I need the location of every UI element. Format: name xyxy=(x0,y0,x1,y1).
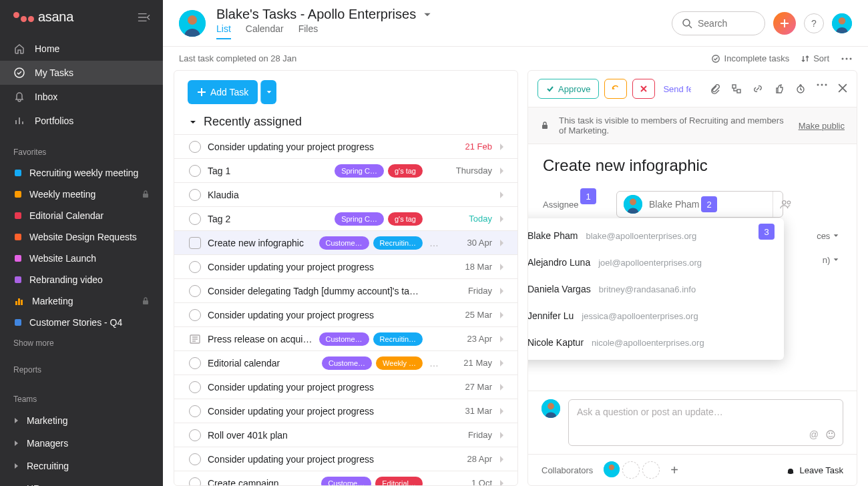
complete-checkbox[interactable] xyxy=(189,381,201,393)
task-row[interactable]: Klaudia xyxy=(174,182,517,206)
section-toggle-icon[interactable] xyxy=(189,118,197,126)
attachment-icon[interactable] xyxy=(710,83,720,94)
task-row[interactable]: Roll over 401k planFriday xyxy=(174,423,517,447)
task-row[interactable]: Press release on acquisitionCustome…Recr… xyxy=(174,326,517,350)
favorite-item[interactable]: Marketing xyxy=(0,290,163,312)
collaborator-avatar[interactable] xyxy=(604,461,620,477)
complete-checkbox[interactable] xyxy=(189,357,201,369)
leave-task-button[interactable]: Leave Task xyxy=(786,465,843,475)
task-row[interactable]: Create new infographicCustome…Recruitin…… xyxy=(174,230,517,254)
request-changes-button[interactable] xyxy=(604,79,627,99)
comment-input[interactable]: Ask a question or post an update… @ xyxy=(568,399,843,446)
help-button[interactable]: ? xyxy=(804,13,824,33)
favorite-item[interactable]: Weekly meeting xyxy=(0,184,163,205)
collapse-sidebar-icon[interactable] xyxy=(136,11,151,23)
row-more-icon[interactable]: … xyxy=(429,238,439,248)
favorite-item[interactable]: Customer Stories - Q4 xyxy=(0,312,163,333)
tag-pill[interactable]: Custome… xyxy=(322,356,372,370)
user-avatar[interactable] xyxy=(832,13,852,33)
partial-field-1[interactable]: ces xyxy=(817,231,839,241)
search-box[interactable] xyxy=(672,11,765,35)
owner-avatar[interactable] xyxy=(179,10,206,37)
detail-more-icon[interactable] xyxy=(817,83,827,94)
team-item[interactable]: Marketing xyxy=(0,409,163,432)
complete-checkbox[interactable] xyxy=(189,453,201,465)
collaborator-slot[interactable] xyxy=(622,461,640,479)
row-more-icon[interactable]: … xyxy=(429,478,439,486)
tag-pill[interactable]: Custome… xyxy=(319,236,369,250)
approve-button[interactable]: Approve xyxy=(537,79,599,99)
complete-checkbox[interactable] xyxy=(189,141,201,153)
add-collaborator-icon[interactable]: + xyxy=(670,463,678,477)
title-menu-icon[interactable] xyxy=(423,10,432,19)
tag-pill[interactable]: Spring C… xyxy=(335,212,384,226)
task-row[interactable]: Consider updating your project progress2… xyxy=(174,375,517,399)
tag-pill[interactable]: Custome… xyxy=(321,477,371,486)
filter-incomplete[interactable]: Incomplete tasks xyxy=(711,53,790,63)
tag-pill[interactable]: g's tag xyxy=(388,164,423,178)
task-row[interactable]: Consider delegating Tadgh [dummy account… xyxy=(174,278,517,302)
add-task-button[interactable]: Add Task xyxy=(188,80,258,104)
tag-pill[interactable]: Editorial… xyxy=(375,477,423,486)
tag-pill[interactable]: Recruitin… xyxy=(373,236,423,250)
assignee-option[interactable]: Nicole Kapturnicole@apolloenterprises.or… xyxy=(527,329,784,356)
task-title[interactable]: Create new infographic xyxy=(543,156,842,175)
task-row[interactable]: Consider updating your project progress2… xyxy=(174,447,517,471)
task-row[interactable]: Consider updating your project progress2… xyxy=(174,302,517,326)
tab-calendar[interactable]: Calendar xyxy=(246,23,284,39)
tag-pill[interactable]: Spring C… xyxy=(335,164,384,178)
favorite-item[interactable]: Rebranding video xyxy=(0,269,163,290)
make-public-link[interactable]: Make public xyxy=(799,121,845,131)
subtask-icon[interactable] xyxy=(731,83,742,94)
complete-checkbox[interactable] xyxy=(189,213,201,225)
favorite-item[interactable]: Recruiting weekly meeting xyxy=(0,162,163,184)
nav-home[interactable]: Home xyxy=(0,37,163,61)
complete-checkbox[interactable] xyxy=(189,165,201,177)
favorite-item[interactable]: Website Design Requests xyxy=(0,226,163,248)
task-row[interactable]: Editorial calendarCustome…Weekly ……21 Ma… xyxy=(174,350,517,375)
complete-checkbox[interactable] xyxy=(189,429,201,441)
complete-checkbox[interactable] xyxy=(189,309,201,321)
add-task-dropdown[interactable] xyxy=(260,80,276,104)
row-more-icon[interactable]: … xyxy=(429,358,439,369)
search-input[interactable] xyxy=(698,18,755,29)
mention-icon[interactable]: @ xyxy=(809,429,819,440)
tab-files[interactable]: Files xyxy=(298,23,318,39)
assignee-field[interactable]: 2 3 Blake Phamblake@apolloenterprises.or… xyxy=(616,191,783,218)
task-row[interactable]: Create campaignCustome…Editorial……1 Oct xyxy=(174,471,517,485)
team-item[interactable]: HR xyxy=(0,477,163,486)
assign-team-icon[interactable] xyxy=(773,192,792,217)
tag-pill[interactable]: g's tag xyxy=(388,212,423,226)
complete-checkbox[interactable] xyxy=(189,237,201,249)
harvest-icon[interactable] xyxy=(795,83,806,94)
emoji-icon[interactable] xyxy=(825,429,836,440)
favorite-item[interactable]: Website Launch xyxy=(0,248,163,269)
assignee-option[interactable]: Alejandro Lunajoel@apolloenterprises.org xyxy=(527,249,784,276)
complete-checkbox[interactable] xyxy=(189,189,201,201)
task-row[interactable]: Consider updating your project progress2… xyxy=(174,134,517,158)
tag-pill[interactable]: Weekly … xyxy=(376,356,423,370)
task-row[interactable]: Tag 1Spring C…g's tagThursday xyxy=(174,158,517,182)
global-add-button[interactable] xyxy=(773,12,796,35)
team-item[interactable]: Managers xyxy=(0,432,163,455)
tag-pill[interactable]: Custome… xyxy=(319,332,369,346)
nav-my-tasks[interactable]: My Tasks xyxy=(0,61,163,85)
complete-checkbox[interactable] xyxy=(189,285,201,297)
nav-portfolios[interactable]: Portfolios xyxy=(0,109,163,133)
team-item[interactable]: Recruiting xyxy=(0,455,163,477)
link-icon[interactable] xyxy=(752,83,763,94)
close-detail-icon[interactable] xyxy=(838,83,847,94)
favorite-item[interactable]: Editorial Calendar xyxy=(0,205,163,226)
task-row[interactable]: Consider updating your project progress1… xyxy=(174,254,517,278)
task-row[interactable]: Consider updating your project progress3… xyxy=(174,399,517,423)
sort-button[interactable]: Sort xyxy=(801,53,829,63)
complete-checkbox[interactable] xyxy=(189,405,201,417)
show-more-favorites[interactable]: Show more xyxy=(0,333,163,353)
assignee-option[interactable]: Blake Phamblake@apolloenterprises.org xyxy=(527,222,784,249)
collaborator-slot[interactable] xyxy=(642,461,660,479)
brand-logo[interactable]: asana xyxy=(13,9,73,25)
nav-inbox[interactable]: Inbox xyxy=(0,85,163,109)
complete-checkbox[interactable] xyxy=(189,261,201,273)
tab-list[interactable]: List xyxy=(216,23,231,39)
send-feedback-link[interactable]: Send fe xyxy=(663,84,691,94)
